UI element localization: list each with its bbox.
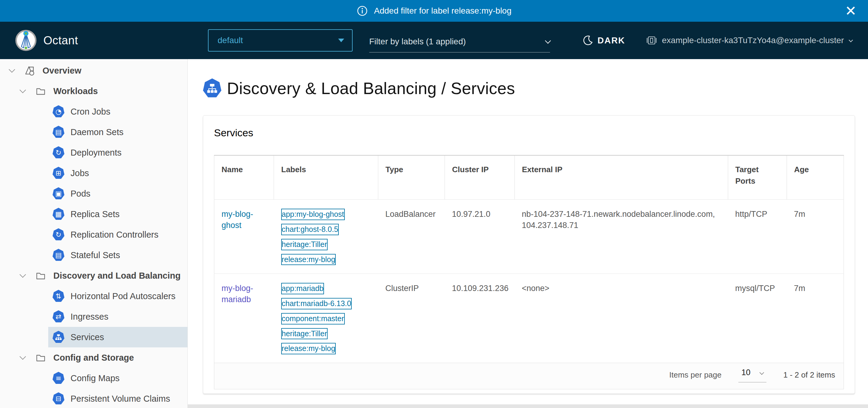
- ingresses-icon: ⇄: [53, 310, 64, 323]
- label-filter-text: Filter by labels (1 applied): [369, 37, 466, 47]
- col-header-age: Age: [786, 155, 844, 200]
- table-header-row: Name Labels Type Cluster IP External IP …: [214, 155, 844, 200]
- banner-message: Added filter for label release:my-blog: [374, 6, 512, 16]
- sidebar-group-label: Discovery and Load Balancing: [53, 271, 181, 281]
- label-pill[interactable]: release:my-blog: [281, 343, 336, 354]
- chevron-down-icon: [849, 38, 853, 42]
- main-content: Discovery & Load Balancing / Services Se…: [188, 59, 868, 408]
- sidebar-item-horizontal-pod-autoscalers[interactable]: ⇅ Horizontal Pod Autoscalers: [48, 286, 187, 307]
- col-header-type: Type: [378, 155, 445, 200]
- folder-icon: [34, 86, 47, 96]
- sidebar-item-replica-sets[interactable]: ▦ Replica Sets: [48, 204, 187, 224]
- horizontal-pod-autoscalers-icon: ⇅: [53, 290, 64, 302]
- cell-target-ports: mysql/TCP: [728, 274, 786, 363]
- sidebar-item-overview[interactable]: Overview: [0, 60, 187, 81]
- sidebar-group-workloads[interactable]: Workloads: [0, 81, 187, 101]
- cell-type: LoadBalancer: [378, 200, 445, 274]
- service-link[interactable]: my-blog-mariadb: [221, 284, 253, 304]
- octant-logo-icon: [15, 30, 37, 51]
- sidebar-item-persistent-volume-claims[interactable]: ⊟ Persistent Volume Claims: [48, 388, 187, 408]
- sidebar-item-deployments[interactable]: ↻ Deployments: [48, 142, 187, 163]
- label-pill[interactable]: chart:ghost-8.0.5: [281, 224, 339, 235]
- sidebar-item-cron-jobs[interactable]: ◔ Cron Jobs: [48, 101, 187, 122]
- label-pill[interactable]: component:master: [281, 313, 345, 324]
- folder-icon: [34, 352, 47, 363]
- info-icon: [356, 5, 368, 17]
- items-per-page-select[interactable]: 10: [738, 367, 767, 382]
- chevron-down-icon: [545, 38, 551, 44]
- col-header-name: Name: [214, 155, 274, 200]
- label-filter-select[interactable]: Filter by labels (1 applied): [369, 31, 550, 53]
- close-icon[interactable]: ✕: [845, 4, 857, 18]
- sidebar-item-daemon-sets[interactable]: ▤ Daemon Sets: [48, 122, 187, 142]
- caret-down-icon[interactable]: [20, 271, 26, 278]
- sidebar-item-pods[interactable]: ▣ Pods: [48, 183, 187, 204]
- label-pill[interactable]: release:my-blog: [281, 254, 336, 265]
- label-pill[interactable]: heritage:Tiller: [281, 328, 328, 340]
- label-pill[interactable]: chart:mariadb-6.13.0: [281, 298, 352, 310]
- cron-jobs-icon: ◔: [53, 105, 64, 118]
- card-title: Services: [214, 127, 844, 139]
- caret-down-icon[interactable]: [20, 87, 26, 93]
- cell-age: 7m: [786, 200, 844, 274]
- jobs-icon: ⊞: [53, 167, 64, 179]
- cell-type: ClusterIP: [378, 274, 445, 363]
- sidebar-group-config-and-storage[interactable]: Config and Storage: [0, 347, 187, 368]
- cell-cluster-ip: 10.97.21.0: [445, 200, 515, 274]
- services-table: Name Labels Type Cluster IP External IP …: [214, 155, 844, 389]
- sidebar-item-config-maps[interactable]: ≡ Config Maps: [48, 368, 187, 388]
- page-title-text: Discovery & Load Balancing / Services: [227, 79, 515, 98]
- dropdown-arrow-icon: [338, 38, 344, 42]
- pagination: Items per page 10 1 - 2 of 2 items: [223, 367, 835, 382]
- cell-external-ip: nb-104-237-148-71.newark.nodebalancer.li…: [515, 200, 728, 274]
- app-title: Octant: [43, 34, 78, 47]
- col-header-labels: Labels: [274, 155, 378, 200]
- daemon-sets-icon: ▤: [53, 126, 64, 138]
- page-title: Discovery & Load Balancing / Services: [203, 79, 868, 98]
- cluster-icon: [646, 35, 657, 46]
- services-icon: [53, 331, 64, 344]
- replication-controllers-icon: ↻: [53, 228, 64, 241]
- stateful-sets-icon: ▤: [53, 249, 64, 261]
- namespace-value: default: [218, 36, 243, 45]
- cell-cluster-ip: 10.109.231.236: [445, 274, 515, 363]
- sidebar-item-ingresses[interactable]: ⇄ Ingresses: [48, 307, 187, 327]
- info-banner: Added filter for label release:my-blog ✕: [0, 0, 868, 22]
- header-tools: DARK example-cluster-ka3TuTzYo4a@example…: [583, 35, 852, 46]
- sidebar-item-jobs[interactable]: ⊞ Jobs: [48, 163, 187, 183]
- app-header: Octant default Filter by labels (1 appli…: [0, 22, 868, 59]
- pagination-range: 1 - 2 of 2 items: [783, 370, 835, 380]
- cluster-dropdown[interactable]: example-cluster-ka3TuTzYo4a@example-clus…: [646, 35, 852, 46]
- table-row: my-blog-ghost app:my-blog-ghost chart:gh…: [214, 200, 844, 274]
- sidebar-item-replication-controllers[interactable]: ↻ Replication Controllers: [48, 224, 187, 245]
- deployments-icon: ↻: [53, 146, 64, 159]
- cell-external-ip: <none>: [515, 274, 728, 363]
- theme-label: DARK: [598, 36, 625, 46]
- table-footer-row: Items per page 10 1 - 2 of 2 items: [214, 363, 844, 389]
- items-per-page-label: Items per page: [670, 370, 721, 380]
- chevron-down-icon: [760, 370, 764, 375]
- sidebar: Overview Workloads ◔ Cron Jobs ▤ Daemon …: [0, 59, 188, 408]
- sidebar-item-label: Overview: [42, 66, 82, 76]
- col-header-cluster-ip: Cluster IP: [445, 155, 515, 200]
- label-pill[interactable]: app:my-blog-ghost: [281, 209, 345, 220]
- sidebar-group-discovery-load-balancing[interactable]: Discovery and Load Balancing: [0, 265, 187, 286]
- caret-down-icon[interactable]: [9, 66, 15, 72]
- caret-down-icon[interactable]: [20, 353, 26, 359]
- table-row: my-blog-mariadb app:mariadb chart:mariad…: [214, 274, 844, 363]
- service-link[interactable]: my-blog-ghost: [221, 210, 253, 230]
- horizontal-scrollbar[interactable]: [188, 404, 868, 408]
- label-pill[interactable]: heritage:Tiller: [281, 239, 328, 250]
- sidebar-item-services[interactable]: Services: [48, 327, 187, 347]
- col-header-external-ip: External IP: [515, 155, 728, 200]
- folder-icon: [34, 270, 47, 281]
- col-header-target-ports: Target Ports: [728, 155, 786, 200]
- namespace-select[interactable]: default: [208, 29, 352, 52]
- sidebar-item-stateful-sets[interactable]: ▤ Stateful Sets: [48, 245, 187, 265]
- services-icon: [203, 79, 221, 98]
- replica-sets-icon: ▦: [53, 208, 64, 221]
- theme-toggle[interactable]: DARK: [583, 35, 625, 46]
- objects-icon: [23, 65, 36, 76]
- label-pill[interactable]: app:mariadb: [281, 283, 324, 294]
- octant-app: Added filter for label release:my-blog ✕…: [0, 0, 868, 408]
